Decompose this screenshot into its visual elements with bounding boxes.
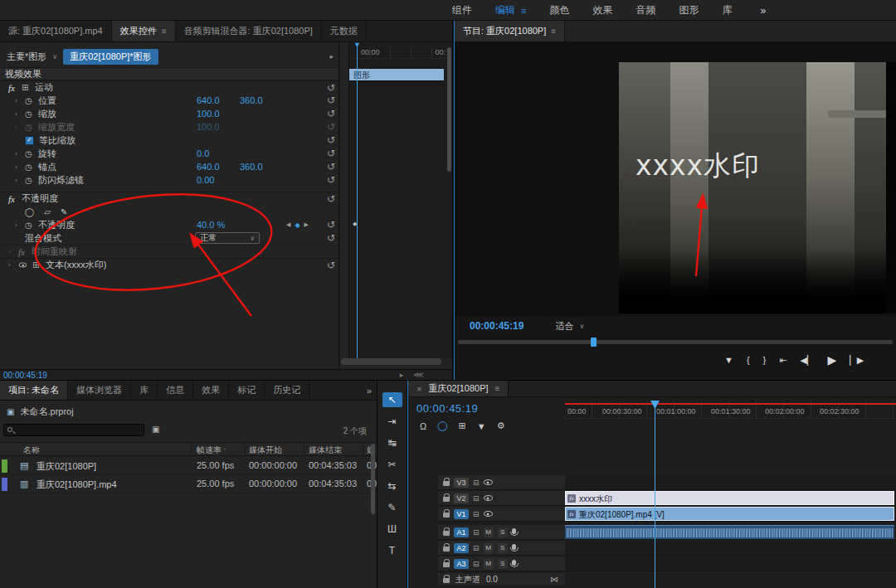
vertical-scrollbar[interactable] (447, 47, 451, 172)
master-volume-value[interactable]: 0.0 (486, 575, 498, 584)
eye-icon[interactable] (484, 479, 493, 485)
tab-program-monitor[interactable]: 节目: 重庆02[1080P] ≡ (455, 21, 565, 41)
track-label-a3[interactable]: A3 (454, 559, 469, 569)
effect-opacity[interactable]: fx 不透明度 ↺ (0, 192, 338, 205)
label-color-chip[interactable] (2, 478, 7, 491)
column-media-end[interactable]: 媒体结束 (309, 445, 342, 456)
effect-timeline-ruler[interactable]: 00:00 00: (349, 47, 452, 59)
solo-button[interactable]: S (498, 543, 508, 553)
track-target-icon[interactable]: ⊟ (473, 544, 480, 552)
type-tool[interactable]: T (382, 543, 402, 558)
reset-icon[interactable]: ↺ (325, 219, 337, 231)
effect-timeline-playhead[interactable] (357, 46, 358, 358)
tab-history[interactable]: 历史记 (265, 381, 309, 400)
selected-clip-chip[interactable]: 重庆02[1080P]*图形 (63, 49, 158, 65)
watermark-clip[interactable]: fx xxxx水印 (565, 491, 894, 505)
reset-icon[interactable]: ↺ (325, 148, 337, 159)
label-color-chip[interactable] (2, 459, 7, 473)
chevron-right-icon[interactable]: › (15, 110, 25, 118)
effect-text-layer[interactable]: › ⊞ 文本(xxxx水印) ↺ (0, 258, 338, 271)
uniform-scale-checkbox[interactable]: ✓ (25, 136, 34, 145)
pen-mask-icon[interactable]: ✎ (61, 207, 67, 216)
tab-effect-controls[interactable]: 效果控件 ≡ (112, 21, 176, 41)
stopwatch-icon[interactable]: ◷ (25, 176, 38, 185)
scroll-right-icon[interactable]: ▸ (329, 52, 334, 61)
workspace-overflow-icon[interactable]: » (760, 5, 766, 17)
column-divider[interactable] (304, 443, 304, 455)
panel-menu-icon[interactable]: ≡ (551, 27, 556, 36)
stopwatch-icon[interactable]: ◷ (25, 96, 38, 105)
step-forward-button[interactable]: ▏▶ (850, 355, 864, 366)
track-target-icon[interactable]: ⊟ (473, 560, 480, 568)
mic-icon[interactable] (512, 560, 516, 566)
workspace-tab-edit-group[interactable]: 编辑 ≡ (495, 3, 526, 17)
lock-icon[interactable] (443, 497, 450, 502)
reset-icon[interactable]: ↺ (325, 108, 337, 119)
anchor-x-value[interactable]: 640.0 (197, 162, 220, 172)
video-effects-header[interactable]: 视频效果 (0, 67, 338, 80)
timeline-ruler[interactable]: 00:00 00:00:30:00 00:01:00:00 00:01:30:0… (565, 401, 896, 419)
tab-metadata[interactable]: 元数据 (322, 21, 367, 41)
video-clip[interactable]: fx 重庆02[1080P].mp4 [V] (565, 507, 894, 521)
panel-divider[interactable] (338, 42, 339, 369)
eye-icon[interactable] (19, 263, 27, 268)
timeline-settings-icon[interactable]: ⚙ (497, 420, 505, 431)
tab-media-browser[interactable]: 媒体浏览器 (68, 381, 131, 400)
zoom-handles-icon[interactable]: ⋘ (413, 371, 424, 379)
chevron-right-icon[interactable]: › (15, 177, 25, 184)
list-view-icon[interactable]: ▣ (152, 425, 159, 434)
selection-tool[interactable]: ↖ (382, 392, 402, 407)
lock-icon[interactable] (443, 531, 450, 536)
track-lane-v3[interactable] (565, 475, 896, 490)
mute-button[interactable]: M (484, 543, 494, 553)
reset-icon[interactable]: ↺ (325, 161, 337, 173)
project-item-row[interactable]: ▤ 重庆02[1080P] 25.00 fps 00:00:00:00 00:0… (0, 457, 377, 475)
reset-icon[interactable]: ↺ (325, 260, 337, 271)
reset-icon[interactable]: ↺ (325, 174, 337, 186)
nest-icon[interactable]: ⊞ (459, 420, 466, 431)
workspace-tab-libraries[interactable]: 库 (722, 3, 732, 17)
close-icon[interactable]: × (416, 384, 421, 394)
stopwatch-icon[interactable]: ◷ (25, 163, 38, 172)
stopwatch-icon[interactable]: ◷ (25, 221, 38, 230)
master-clip-selector[interactable]: 主要*图形 (7, 51, 46, 63)
play-button[interactable]: ▶ (827, 353, 836, 367)
eye-icon[interactable] (484, 511, 493, 517)
antiflicker-value[interactable]: 0.00 (197, 175, 214, 185)
reset-icon[interactable]: ↺ (325, 121, 337, 133)
column-media-start[interactable]: 媒体开始 (249, 445, 282, 456)
workspace-tab-effects[interactable]: 效果 (592, 3, 612, 17)
video-frame[interactable]: xxxx水印 (619, 62, 896, 313)
mark-out-button[interactable]: } (763, 355, 767, 365)
tab-timeline-sequence[interactable]: × 重庆02[1080P] ≡ (408, 381, 509, 396)
stopwatch-icon[interactable]: ◷ (25, 109, 38, 119)
project-item-row[interactable]: ▥ 重庆02[1080P].mp4 25.00 fps 00:00:00:00 … (0, 475, 377, 493)
lock-icon[interactable] (443, 562, 450, 567)
scrubber-playhead[interactable] (591, 338, 597, 347)
column-divider[interactable] (191, 443, 192, 455)
effect-motion[interactable]: fx ⊞ 运动 ↺ (0, 80, 338, 94)
column-divider[interactable] (363, 443, 363, 455)
project-file-row[interactable]: ▣ 未命名.prproj (7, 406, 74, 418)
tab-libraries[interactable]: 库 (131, 381, 158, 400)
tab-info[interactable]: 信息 (158, 381, 193, 400)
panel-overflow-icon[interactable]: » (367, 381, 372, 400)
razor-tool[interactable]: ✂ (382, 457, 402, 472)
column-fps[interactable]: 帧速率ˆ (197, 445, 226, 456)
workspace-menu-icon[interactable]: ≡ (521, 6, 526, 16)
track-lane-a2[interactable] (565, 541, 896, 556)
chevron-right-icon[interactable]: › (15, 221, 25, 229)
add-marker-button[interactable]: ▼ (724, 355, 733, 365)
track-target-icon[interactable]: ⊟ (473, 510, 480, 518)
graphics-clip-bar[interactable]: 图形 (349, 69, 444, 81)
track-target-icon[interactable]: ⊟ (473, 494, 480, 503)
lock-icon[interactable] (443, 513, 450, 518)
reset-icon[interactable]: ↺ (325, 134, 337, 146)
rotation-value[interactable]: 0.0 (197, 148, 209, 158)
previous-keyframe-icon[interactable]: ◀ (286, 221, 290, 228)
mic-icon[interactable] (512, 528, 516, 534)
slip-tool[interactable]: ⇆ (382, 479, 402, 493)
stopwatch-icon[interactable]: ◷ (25, 149, 38, 158)
tab-audio-clip-mixer[interactable]: 音频剪辑混合器: 重庆02[1080P] (176, 21, 322, 41)
tab-markers[interactable]: 标记 (229, 381, 265, 400)
